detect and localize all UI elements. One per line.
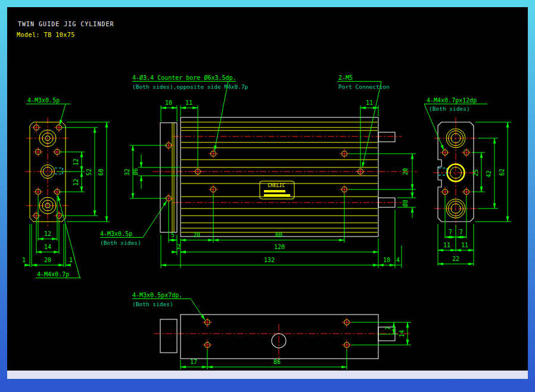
dim-bottom-17: 17 xyxy=(190,359,197,365)
dim-bottom-14: 14 xyxy=(399,330,405,337)
label-right-line1: 4-M4x0.7px12dp xyxy=(427,97,477,104)
dim-front-32: 32 xyxy=(124,169,130,176)
dim-right-11a: 11 xyxy=(443,242,450,248)
dim-right-7b: 7 xyxy=(459,229,463,235)
cad-drawing: TWIN GUIDE JIG CYLINDER Model: TB 10x75 … xyxy=(0,0,535,392)
label-mid-line2: (Both sides) xyxy=(100,239,141,246)
dim-left-h20: 20 xyxy=(44,257,51,263)
dim-front-rod4: 4 xyxy=(396,257,400,263)
label-right-line2: (Both sides) xyxy=(429,105,470,112)
dim-right-7a: 7 xyxy=(449,229,452,235)
dim-front-80: 80 xyxy=(275,232,282,238)
label-counterbore-line2: (Both sides),opposite side M4x0.7p xyxy=(132,83,248,90)
dim-left-52: 52 xyxy=(86,169,92,176)
label-port-line1: 2-M5 xyxy=(338,74,353,81)
nameplate-brand: CHELIC xyxy=(268,183,285,188)
dim-right-22: 22 xyxy=(452,256,459,262)
label-bottom-line1: 4-M3x0.5px7dp. xyxy=(132,292,182,298)
dim-left-60: 60 xyxy=(98,169,104,176)
dim-left-1-right: 1 xyxy=(69,257,73,263)
dim-left-1-left: 1 xyxy=(22,257,26,263)
drawing-title: TWIN GUIDE JIG CYLINDER xyxy=(18,21,114,27)
bottom-scroll-strip[interactable] xyxy=(7,371,528,379)
dim-front-10: 10 xyxy=(165,99,172,106)
label-port-line2: Port Connection xyxy=(338,83,390,90)
dim-front-5: 5 xyxy=(171,232,175,238)
dim-front-dia8: Ø8 xyxy=(402,200,409,207)
dim-left-12a: 12 xyxy=(73,158,79,166)
dim-bottom-7: 7 xyxy=(385,326,391,330)
dim-front-11-left: 11 xyxy=(185,99,192,106)
dim-front-dia6: Ø6 xyxy=(132,168,139,175)
dim-left-h12: 12 xyxy=(44,231,51,237)
dim-front-20: 20 xyxy=(193,232,200,238)
dim-bottom-86: 86 xyxy=(273,359,281,365)
label-counterbore-line1: 4-Ø3.4 Counter bore Ø6x3.5dp. xyxy=(132,74,237,81)
dim-front-11-right: 11 xyxy=(366,99,373,106)
label-mid-line1: 4-M3x0.5p xyxy=(100,231,132,237)
dim-left-h14: 14 xyxy=(44,244,51,250)
dim-right-62: 62 xyxy=(499,169,505,176)
cad-viewer-window: TWIN GUIDE JIG CYLINDER Model: TB 10x75 … xyxy=(0,0,535,392)
label-bottom-line2: (Both sides) xyxy=(132,301,173,307)
dim-front-2: 2 xyxy=(177,244,181,250)
dim-front-120: 120 xyxy=(274,244,285,250)
label-m3-top: 4-M3x0.5p xyxy=(27,97,60,104)
dim-front-132: 132 xyxy=(264,257,275,263)
label-m4-bottom: 4-M4x0.7p xyxy=(37,271,69,278)
dim-left-12b: 12 xyxy=(73,179,79,186)
model-label: Model: TB 10x75 xyxy=(17,32,75,38)
dim-right-42: 42 xyxy=(486,170,492,178)
dim-front-rod10: 10 xyxy=(383,257,390,263)
dim-front-v20: 20 xyxy=(402,168,409,175)
drawing-canvas xyxy=(7,7,528,371)
dim-right-11b: 11 xyxy=(461,242,468,248)
dim-right-25: 25 xyxy=(472,169,479,176)
